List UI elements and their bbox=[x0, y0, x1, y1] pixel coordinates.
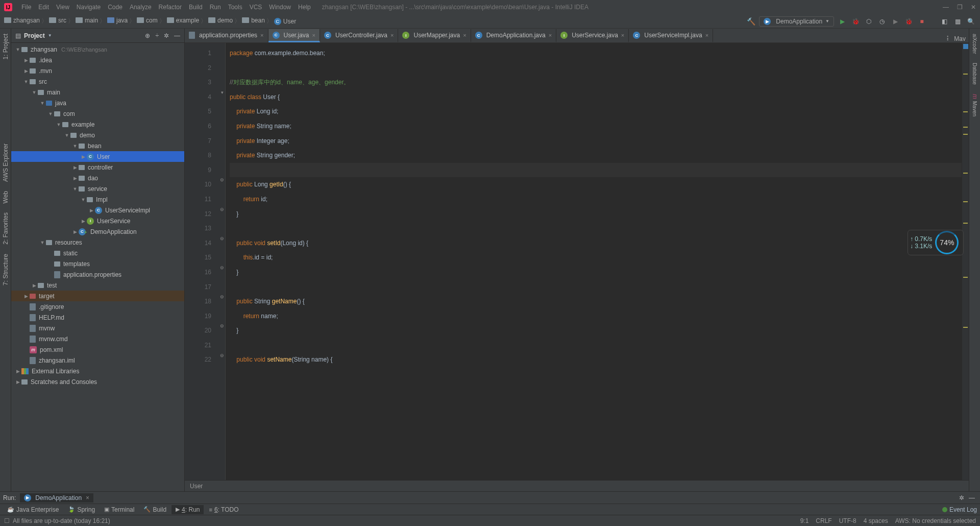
breadcrumb-item[interactable]: CUser bbox=[274, 18, 296, 25]
breadcrumb-item[interactable]: src bbox=[49, 17, 66, 24]
stop-icon[interactable]: ■ bbox=[917, 16, 927, 27]
menu-refactor[interactable]: Refactor bbox=[156, 3, 185, 12]
line-ending[interactable]: CRLF bbox=[816, 517, 831, 524]
breadcrumb-item[interactable]: bean bbox=[242, 17, 265, 24]
hide-icon[interactable]: — bbox=[174, 32, 180, 39]
bottom-tool-tab[interactable]: ☕Java Enterprise bbox=[3, 505, 63, 514]
editor-breadcrumb[interactable]: User bbox=[185, 480, 969, 491]
bottom-tool-tab[interactable]: 🔨Build bbox=[139, 505, 170, 514]
tree-item[interactable]: ▼main bbox=[11, 87, 184, 98]
left-rail-tab[interactable]: 2: Favorites bbox=[1, 209, 10, 248]
editor-tab[interactable]: application.properties× bbox=[185, 29, 268, 42]
code-editor[interactable]: package com.example.demo.bean; //对应数据库中的… bbox=[226, 43, 962, 480]
close-icon[interactable]: × bbox=[549, 32, 552, 38]
collapse-icon[interactable]: ÷ bbox=[155, 32, 159, 39]
file-encoding[interactable]: UTF-8 bbox=[839, 517, 856, 524]
tree-item[interactable]: ▶Scratches and Consoles bbox=[11, 376, 184, 387]
breadcrumb-item[interactable]: demo bbox=[208, 17, 233, 24]
breadcrumb-item[interactable]: example bbox=[167, 17, 199, 24]
tree-item[interactable]: ▼com bbox=[11, 108, 184, 119]
tree-item[interactable]: ▼java bbox=[11, 98, 184, 108]
tree-item[interactable]: ▼zhangsanC:\WEB\zhangsan bbox=[11, 44, 184, 55]
menu-vcs[interactable]: VCS bbox=[247, 3, 265, 12]
error-stripe[interactable] bbox=[962, 43, 969, 480]
right-rail-tab[interactable]: Database bbox=[971, 60, 978, 88]
panel-title[interactable]: Project bbox=[24, 32, 45, 39]
tree-item[interactable]: zhangsan.iml bbox=[11, 355, 184, 366]
run-config-selector[interactable]: ▶ DemoApplication ▼ bbox=[759, 16, 834, 27]
menu-build[interactable]: Build bbox=[186, 3, 206, 12]
run-icon[interactable]: ▶ bbox=[837, 16, 847, 27]
debug-icon[interactable]: 🐞 bbox=[850, 16, 861, 27]
tree-item[interactable]: templates bbox=[11, 258, 184, 269]
structure-icon[interactable]: ▦ bbox=[952, 16, 963, 27]
tree-item[interactable]: ▼src bbox=[11, 76, 184, 87]
fold-icon[interactable]: ⊖ bbox=[219, 207, 225, 212]
editor-tab[interactable]: IUserMapper.java× bbox=[398, 29, 471, 42]
fold-icon[interactable]: ⊖ bbox=[219, 353, 225, 358]
fold-icon[interactable]: ⊖ bbox=[219, 265, 225, 270]
search-icon[interactable]: 🔍 bbox=[966, 16, 976, 27]
menu-view[interactable]: View bbox=[53, 3, 72, 12]
left-rail-tab[interactable]: 1: Project bbox=[1, 31, 10, 63]
menu-window[interactable]: Window bbox=[266, 3, 294, 12]
close-icon[interactable]: × bbox=[390, 32, 394, 38]
editor-tab[interactable]: IUserService.java× bbox=[556, 29, 629, 42]
event-log-tab[interactable]: Event Log bbox=[949, 506, 977, 513]
settings-icon[interactable]: ✲ bbox=[957, 493, 967, 503]
chevron-down-icon[interactable]: ▼ bbox=[48, 33, 52, 38]
tree-item[interactable]: mvnw.cmd bbox=[11, 333, 184, 344]
tree-item[interactable]: ▼Impl bbox=[11, 194, 184, 205]
fold-icon[interactable]: ⊖ bbox=[219, 323, 225, 328]
tree-item[interactable]: .gitignore bbox=[11, 301, 184, 312]
tree-item[interactable]: ▶dao bbox=[11, 173, 184, 183]
tree-item[interactable]: ▶External Libraries bbox=[11, 366, 184, 376]
git-icon[interactable]: ◧ bbox=[939, 16, 949, 27]
tree-item[interactable]: mpom.xml bbox=[11, 344, 184, 355]
editor-tab[interactable]: CUser.java× bbox=[268, 29, 320, 42]
network-monitor-widget[interactable]: ↑ 0.7K/s ↓ 3.1K/s 74% bbox=[908, 230, 964, 255]
menu-analyze[interactable]: Analyze bbox=[127, 3, 155, 12]
tree-item[interactable]: ▶target bbox=[11, 291, 184, 301]
indent-info[interactable]: 4 spaces bbox=[864, 517, 888, 524]
breadcrumbs[interactable]: zhangsan〉src〉main〉java〉com〉example〉demo〉… bbox=[4, 17, 296, 26]
bottom-tool-tab[interactable]: 🍃Spring bbox=[64, 505, 99, 514]
bottom-tool-tab[interactable]: ▣Terminal bbox=[100, 505, 138, 514]
editor-tab[interactable]: CUserServiceImpl.java× bbox=[629, 29, 713, 42]
close-icon[interactable]: × bbox=[705, 32, 708, 38]
left-rail-tab[interactable]: 7: Structure bbox=[1, 251, 10, 289]
project-select-icon[interactable]: ▤ bbox=[15, 32, 21, 39]
menu-edit[interactable]: Edit bbox=[35, 3, 52, 12]
tree-item[interactable]: ▼bean bbox=[11, 140, 184, 151]
menu-file[interactable]: File bbox=[18, 3, 34, 12]
right-rail-tab[interactable]: mMaven bbox=[970, 91, 979, 119]
close-icon[interactable]: × bbox=[463, 32, 466, 38]
bottom-tool-tab[interactable]: ≡6: TODO bbox=[205, 505, 242, 514]
menu-help[interactable]: Help bbox=[295, 3, 314, 12]
close-icon[interactable]: × bbox=[260, 32, 263, 38]
left-rail-tab[interactable]: AWS Explorer bbox=[1, 140, 10, 185]
minimize-icon[interactable]: — bbox=[943, 4, 949, 11]
caret-position[interactable]: 9:1 bbox=[800, 517, 809, 524]
tree-item[interactable]: ▶CUserServiceImpl bbox=[11, 205, 184, 216]
close-icon[interactable]: × bbox=[86, 494, 89, 501]
left-rail-tab[interactable]: Web bbox=[1, 188, 10, 206]
fold-icon[interactable]: ⊖ bbox=[219, 294, 225, 299]
fold-column[interactable]: ▾⊖⊖⊖⊖⊖⊖⊖ bbox=[218, 43, 226, 480]
maximize-icon[interactable]: ❐ bbox=[957, 4, 963, 11]
tree-item[interactable]: ▼resources bbox=[11, 237, 184, 248]
menu-tools[interactable]: Tools bbox=[225, 3, 246, 12]
close-icon[interactable]: × bbox=[621, 32, 624, 38]
settings-icon[interactable]: ✲ bbox=[164, 32, 169, 39]
tree-item[interactable]: application.properties bbox=[11, 269, 184, 280]
tree-item[interactable]: ▶IUserService bbox=[11, 216, 184, 226]
coverage-icon[interactable]: ⬡ bbox=[864, 16, 874, 27]
build-icon[interactable]: 🔨 bbox=[746, 16, 756, 27]
debug-disabled-icon[interactable]: 🐞 bbox=[903, 16, 914, 27]
tree-item[interactable]: ▶CUser bbox=[11, 151, 184, 162]
breadcrumb-item[interactable]: main bbox=[76, 17, 98, 24]
tree-item[interactable]: ▼demo bbox=[11, 130, 184, 140]
tree-item[interactable]: ▼service bbox=[11, 183, 184, 194]
tree-item[interactable]: mvnw bbox=[11, 323, 184, 333]
menu-code[interactable]: Code bbox=[105, 3, 126, 12]
